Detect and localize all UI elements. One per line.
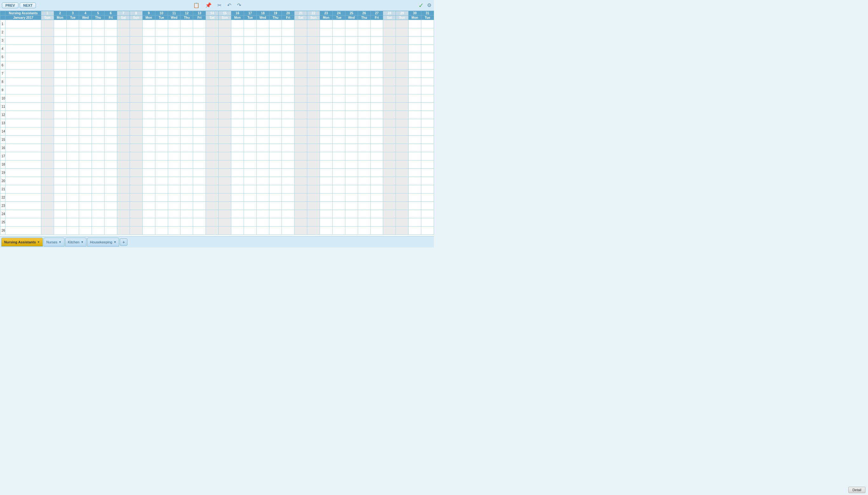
day-cell-r9-d18[interactable]	[256, 86, 269, 95]
table-row[interactable]: 16	[0, 144, 434, 152]
day-cell-r14-d2[interactable]	[54, 127, 66, 136]
day-cell-r9-d29[interactable]	[396, 86, 409, 95]
day-cell-r11-d4[interactable]	[79, 103, 92, 111]
day-cell-r16-d11[interactable]	[168, 144, 180, 152]
day-cell-r17-d30[interactable]	[409, 152, 421, 160]
day-cell-r15-d9[interactable]	[142, 136, 155, 144]
day-cell-r7-d15[interactable]	[219, 70, 231, 78]
day-cell-r10-d15[interactable]	[219, 95, 231, 103]
day-cell-r26-d15[interactable]	[219, 226, 231, 235]
day-cell-r24-d19[interactable]	[269, 210, 282, 218]
day-cell-r10-d12[interactable]	[180, 95, 193, 103]
day-cell-r8-d24[interactable]	[332, 78, 345, 86]
day-cell-r5-d1[interactable]	[41, 53, 54, 61]
day-cell-r17-d28[interactable]	[383, 152, 396, 160]
day-cell-r15-d17[interactable]	[244, 136, 256, 144]
tab-nursing-dropdown[interactable]: ▼	[37, 240, 40, 244]
day-cell-r8-d27[interactable]	[370, 78, 383, 86]
day-cell-r1-d8[interactable]	[129, 20, 142, 28]
day-cell-r20-d9[interactable]	[142, 177, 155, 185]
day-cell-r20-d28[interactable]	[383, 177, 396, 185]
day-cell-r17-d23[interactable]	[320, 152, 333, 160]
day-cell-r15-d12[interactable]	[180, 136, 193, 144]
day-cell-r21-d31[interactable]	[421, 185, 434, 193]
day-cell-r16-d2[interactable]	[54, 144, 66, 152]
day-cell-r12-d10[interactable]	[155, 111, 168, 119]
day-cell-r21-d28[interactable]	[383, 185, 396, 193]
day-cell-r10-d27[interactable]	[370, 95, 383, 103]
day-cell-r1-d24[interactable]	[332, 20, 345, 28]
day-cell-r21-d7[interactable]	[117, 185, 130, 193]
day-cell-r11-d27[interactable]	[370, 103, 383, 111]
day-cell-r11-d23[interactable]	[320, 103, 333, 111]
day-cell-r6-d30[interactable]	[409, 61, 421, 70]
day-cell-r12-d5[interactable]	[92, 111, 105, 119]
day-cell-r22-d21[interactable]	[295, 193, 307, 202]
day-cell-r21-d13[interactable]	[193, 185, 206, 193]
day-cell-r21-d4[interactable]	[79, 185, 92, 193]
day-cell-r4-d29[interactable]	[396, 45, 409, 53]
day-cell-r7-d5[interactable]	[92, 70, 105, 78]
day-cell-r2-d30[interactable]	[409, 28, 421, 36]
day-cell-r10-d9[interactable]	[142, 95, 155, 103]
day-cell-r14-d13[interactable]	[193, 127, 206, 136]
day-cell-r8-d20[interactable]	[282, 78, 295, 86]
day-cell-r11-d2[interactable]	[54, 103, 66, 111]
day-cell-r9-d21[interactable]	[295, 86, 307, 95]
day-cell-r7-d25[interactable]	[345, 70, 358, 78]
day-cell-r14-d12[interactable]	[180, 127, 193, 136]
day-cell-r7-d20[interactable]	[282, 70, 295, 78]
day-cell-r23-d21[interactable]	[295, 202, 307, 210]
day-cell-r21-d6[interactable]	[105, 185, 117, 193]
day-cell-r18-d22[interactable]	[307, 160, 320, 169]
day-cell-r4-d9[interactable]	[142, 45, 155, 53]
day-cell-r18-d24[interactable]	[332, 160, 345, 169]
day-cell-r8-d19[interactable]	[269, 78, 282, 86]
day-cell-r21-d14[interactable]	[206, 185, 219, 193]
day-cell-r22-d28[interactable]	[383, 193, 396, 202]
day-cell-r5-d21[interactable]	[295, 53, 307, 61]
day-cell-r23-d30[interactable]	[409, 202, 421, 210]
day-cell-r11-d13[interactable]	[193, 103, 206, 111]
day-cell-r4-d11[interactable]	[168, 45, 180, 53]
day-cell-r4-d1[interactable]	[41, 45, 54, 53]
day-cell-r24-d24[interactable]	[332, 210, 345, 218]
day-cell-r15-d16[interactable]	[231, 136, 244, 144]
day-cell-r20-d19[interactable]	[269, 177, 282, 185]
day-cell-r25-d18[interactable]	[256, 218, 269, 226]
day-cell-r21-d26[interactable]	[358, 185, 370, 193]
day-cell-r8-d15[interactable]	[219, 78, 231, 86]
day-cell-r18-d1[interactable]	[41, 160, 54, 169]
day-cell-r1-d1[interactable]	[41, 20, 54, 28]
day-cell-r3-d5[interactable]	[92, 36, 105, 45]
day-cell-r16-d8[interactable]	[129, 144, 142, 152]
day-cell-r16-d13[interactable]	[193, 144, 206, 152]
day-cell-r13-d7[interactable]	[117, 119, 130, 127]
day-cell-r6-d7[interactable]	[117, 61, 130, 70]
day-cell-r2-d21[interactable]	[295, 28, 307, 36]
day-cell-r22-d14[interactable]	[206, 193, 219, 202]
day-cell-r16-d19[interactable]	[269, 144, 282, 152]
day-cell-r9-d17[interactable]	[244, 86, 256, 95]
day-cell-r10-d2[interactable]	[54, 95, 66, 103]
day-cell-r1-d16[interactable]	[231, 20, 244, 28]
day-cell-r25-d24[interactable]	[332, 218, 345, 226]
day-cell-r23-d13[interactable]	[193, 202, 206, 210]
day-cell-r23-d14[interactable]	[206, 202, 219, 210]
tab-nurses[interactable]: Nurses ▼	[44, 238, 65, 246]
day-cell-r15-d25[interactable]	[345, 136, 358, 144]
checkmark-icon[interactable]: ✓	[418, 2, 424, 9]
day-cell-r22-d11[interactable]	[168, 193, 180, 202]
day-cell-r15-d28[interactable]	[383, 136, 396, 144]
day-cell-r4-d26[interactable]	[358, 45, 370, 53]
day-cell-r10-d31[interactable]	[421, 95, 434, 103]
day-cell-r2-d26[interactable]	[358, 28, 370, 36]
day-cell-r20-d31[interactable]	[421, 177, 434, 185]
day-cell-r6-d8[interactable]	[129, 61, 142, 70]
day-cell-r17-d10[interactable]	[155, 152, 168, 160]
day-cell-r18-d16[interactable]	[231, 160, 244, 169]
day-cell-r11-d30[interactable]	[409, 103, 421, 111]
day-cell-r14-d27[interactable]	[370, 127, 383, 136]
day-cell-r22-d18[interactable]	[256, 193, 269, 202]
day-cell-r4-d19[interactable]	[269, 45, 282, 53]
